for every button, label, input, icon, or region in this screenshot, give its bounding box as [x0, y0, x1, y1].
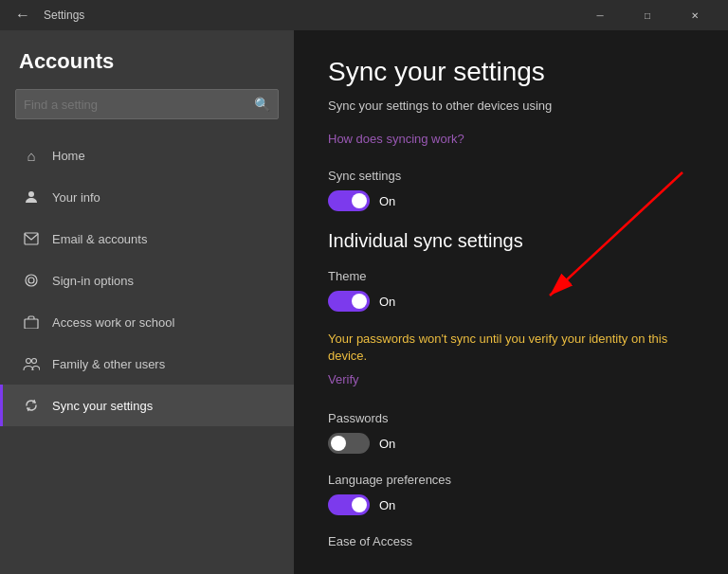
- svg-point-7: [32, 359, 37, 364]
- theme-label: Theme: [328, 269, 694, 283]
- warning-text: Your passwords won't sync until you veri…: [328, 331, 694, 365]
- theme-toggle[interactable]: [328, 291, 370, 312]
- email-icon: [22, 229, 41, 248]
- language-toggle[interactable]: [328, 494, 370, 515]
- theme-row: Theme On: [328, 269, 694, 312]
- titlebar: ← Settings ─ □ ✕: [0, 0, 728, 30]
- minimize-button[interactable]: ─: [578, 0, 622, 30]
- minimize-icon: ─: [596, 10, 603, 21]
- briefcase-icon: [22, 313, 41, 332]
- svg-rect-2: [25, 233, 38, 244]
- language-toggle-thumb: [352, 497, 367, 512]
- sidebar-item-home[interactable]: ⌂ Home: [0, 135, 294, 176]
- titlebar-title: Settings: [44, 9, 578, 22]
- passwords-toggle[interactable]: [328, 433, 370, 454]
- close-icon: ✕: [691, 10, 699, 21]
- back-button[interactable]: ←: [11, 4, 34, 27]
- ease-row: Ease of Access: [328, 534, 694, 548]
- main-container: Accounts 🔍 ⌂ Home Your info: [0, 30, 728, 574]
- home-icon: ⌂: [22, 146, 41, 165]
- ease-label: Ease of Access: [328, 534, 694, 548]
- sidebar-item-your-info[interactable]: Your info: [0, 176, 294, 218]
- sidebar-item-sync[interactable]: Sync your settings: [0, 385, 294, 426]
- sidebar-item-label: Sign-in options: [52, 274, 134, 288]
- person-icon: [22, 188, 41, 206]
- svg-point-3: [26, 275, 37, 286]
- language-toggle-row: On: [328, 494, 694, 515]
- sidebar-nav: ⌂ Home Your info: [0, 135, 294, 574]
- signin-icon: [22, 271, 41, 290]
- sidebar-item-label: Sync your settings: [52, 399, 153, 413]
- svg-point-6: [27, 359, 31, 364]
- page-title: Sync your settings: [328, 57, 694, 87]
- passwords-toggle-thumb: [331, 436, 346, 451]
- sidebar-header: Accounts: [0, 38, 294, 81]
- language-label: Language preferences: [328, 473, 694, 487]
- back-icon: ←: [15, 7, 30, 24]
- search-input[interactable]: [24, 98, 254, 112]
- svg-point-4: [28, 278, 34, 283]
- sync-toggle[interactable]: [328, 190, 370, 211]
- sidebar-item-label: Access work or school: [52, 315, 174, 330]
- maximize-icon: □: [645, 10, 650, 21]
- sync-toggle-thumb: [352, 193, 367, 208]
- search-box[interactable]: 🔍: [15, 89, 279, 119]
- sync-toggle-row: On: [328, 190, 694, 211]
- theme-toggle-row: On: [328, 291, 694, 312]
- sidebar-item-label: Your info: [52, 190, 100, 205]
- sidebar-item-email-accounts[interactable]: Email & accounts: [0, 218, 294, 260]
- sync-link[interactable]: How does syncing work?: [328, 132, 464, 146]
- family-icon: [22, 354, 41, 373]
- sync-icon: [22, 396, 41, 415]
- sync-settings-label: Sync settings: [328, 169, 694, 183]
- sidebar-item-access-work[interactable]: Access work or school: [0, 301, 294, 343]
- svg-rect-1: [27, 200, 36, 201]
- passwords-label: Passwords: [328, 411, 694, 425]
- verify-link[interactable]: Verify: [328, 372, 359, 386]
- passwords-row: Passwords On: [328, 411, 694, 454]
- language-toggle-label: On: [379, 498, 395, 512]
- sync-toggle-label: On: [379, 194, 395, 208]
- page-subtitle: Sync your settings to other devices usin…: [328, 99, 694, 113]
- svg-point-0: [28, 191, 34, 197]
- sidebar: Accounts 🔍 ⌂ Home Your info: [0, 30, 294, 574]
- sidebar-item-family[interactable]: Family & other users: [0, 343, 294, 385]
- language-row: Language preferences On: [328, 473, 694, 515]
- individual-section-title: Individual sync settings: [328, 230, 694, 252]
- maximize-button[interactable]: □: [626, 0, 669, 30]
- content-area: Sync your settings Sync your settings to…: [294, 30, 728, 574]
- sidebar-item-label: Home: [52, 149, 85, 163]
- divider: [328, 399, 694, 400]
- theme-toggle-thumb: [352, 294, 367, 309]
- sidebar-item-label: Family & other users: [52, 357, 165, 371]
- close-button[interactable]: ✕: [673, 0, 717, 30]
- theme-toggle-label: On: [379, 295, 395, 309]
- sidebar-item-sign-in[interactable]: Sign-in options: [0, 260, 294, 301]
- window-controls: ─ □ ✕: [578, 0, 717, 30]
- warning-box: Your passwords won't sync until you veri…: [328, 331, 694, 387]
- svg-rect-5: [25, 319, 38, 329]
- sync-settings-row: Sync settings On: [328, 169, 694, 211]
- sidebar-item-label: Email & accounts: [52, 232, 147, 246]
- passwords-toggle-label: On: [379, 437, 395, 451]
- search-icon: 🔍: [254, 97, 270, 112]
- passwords-toggle-row: On: [328, 433, 694, 454]
